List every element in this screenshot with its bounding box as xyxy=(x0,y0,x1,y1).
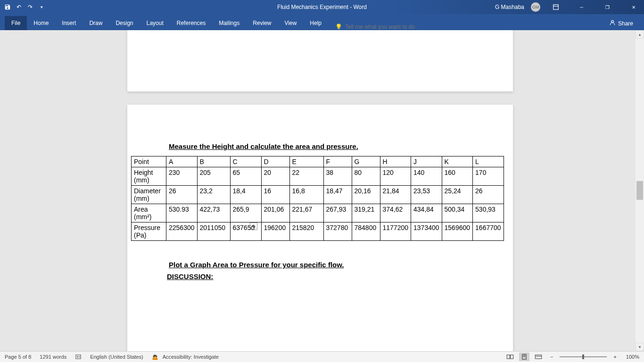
table-row: Diameter (mm) 2623,218,41616,818,4720,16… xyxy=(132,186,504,204)
tell-me-search[interactable]: 💡 xyxy=(335,24,439,30)
svg-rect-0 xyxy=(553,5,558,10)
close-button[interactable]: ✕ xyxy=(623,0,644,14)
vertical-scrollbar[interactable]: ▲ ▼ xyxy=(636,30,644,351)
minimize-button[interactable]: ─ xyxy=(571,0,592,14)
tab-mailings[interactable]: Mailings xyxy=(212,16,246,30)
svg-rect-3 xyxy=(507,355,510,359)
spell-check-icon[interactable] xyxy=(75,354,82,360)
tab-view[interactable]: View xyxy=(278,16,304,30)
tab-references[interactable]: References xyxy=(170,16,212,30)
zoom-slider[interactable] xyxy=(560,356,607,357)
table-row: Pressure (Pa) 22563002011050637650196200… xyxy=(132,222,504,241)
tab-file[interactable]: File xyxy=(5,16,27,30)
tab-review[interactable]: Review xyxy=(246,16,278,30)
tab-draw[interactable]: Draw xyxy=(83,16,109,30)
status-bar: Page 5 of 8 1291 words English (United S… xyxy=(0,351,644,362)
user-avatar[interactable]: GM xyxy=(531,2,540,12)
page-indicator[interactable]: Page 5 of 8 xyxy=(5,354,31,360)
accessibility-icon: 🙇 xyxy=(152,354,158,360)
word-count[interactable]: 1291 words xyxy=(40,354,66,360)
web-layout-icon[interactable] xyxy=(533,353,544,361)
doc-heading-3[interactable]: DISCUSSION: xyxy=(167,272,508,280)
customize-qat-icon[interactable]: ▾ xyxy=(38,3,45,11)
tab-insert[interactable]: Insert xyxy=(55,16,83,30)
scroll-thumb[interactable] xyxy=(636,181,643,200)
maximize-button[interactable]: ❐ xyxy=(597,0,618,14)
redo-icon[interactable]: ↷ xyxy=(26,3,34,11)
read-mode-icon[interactable] xyxy=(505,353,515,361)
undo-icon[interactable]: ↶ xyxy=(15,3,23,11)
table-row: Area (mm²) 530.93422,73265,9201,06221,67… xyxy=(132,204,504,222)
ribbon-tabs: File Home Insert Draw Design Layout Refe… xyxy=(0,14,644,30)
svg-point-1 xyxy=(611,20,614,23)
svg-rect-4 xyxy=(511,355,513,359)
doc-heading-1[interactable]: Measure the Height and calculate the are… xyxy=(169,142,508,150)
tab-design[interactable]: Design xyxy=(109,16,140,30)
user-name: G Mashaba xyxy=(495,4,524,10)
print-layout-icon[interactable] xyxy=(519,353,529,361)
scroll-up-icon[interactable]: ▲ xyxy=(636,30,644,39)
doc-heading-2[interactable]: Plot a Graph Area to Pressure for your s… xyxy=(169,261,508,269)
zoom-level[interactable]: 100% xyxy=(623,354,639,360)
titlebar: ↶ ↷ ▾ Fluid Mechanics Experiment - Word … xyxy=(0,0,644,14)
accessibility-indicator[interactable]: 🙇Accessibility: Investigate xyxy=(152,354,219,360)
tab-help[interactable]: Help xyxy=(303,16,328,30)
zoom-out-button[interactable]: − xyxy=(547,354,556,360)
table-header-row: Point A B C D E F G H J K L xyxy=(132,156,504,167)
page-previous[interactable] xyxy=(127,30,513,91)
document-title: Fluid Mechanics Experiment - Word xyxy=(277,4,367,10)
ribbon-options-icon[interactable] xyxy=(545,0,566,14)
save-icon[interactable] xyxy=(4,3,11,11)
document-workspace[interactable]: ✥ Measure the Height and calculate the a… xyxy=(0,30,644,351)
svg-rect-8 xyxy=(535,355,541,359)
share-icon xyxy=(609,19,616,27)
zoom-in-button[interactable]: + xyxy=(611,354,619,360)
table-row: Height (mm) 2302056520223880120140160170 xyxy=(132,167,504,186)
tab-layout[interactable]: Layout xyxy=(140,16,170,30)
language-indicator[interactable]: English (United States) xyxy=(90,354,143,360)
page-current[interactable]: ✥ Measure the Height and calculate the a… xyxy=(127,105,513,351)
scroll-down-icon[interactable]: ▼ xyxy=(636,343,644,351)
tell-me-input[interactable] xyxy=(345,24,439,30)
data-table[interactable]: Point A B C D E F G H J K L Height (mm) … xyxy=(131,156,504,241)
share-button[interactable]: Share xyxy=(605,16,637,30)
lightbulb-icon: 💡 xyxy=(335,24,342,30)
tab-home[interactable]: Home xyxy=(27,16,55,30)
